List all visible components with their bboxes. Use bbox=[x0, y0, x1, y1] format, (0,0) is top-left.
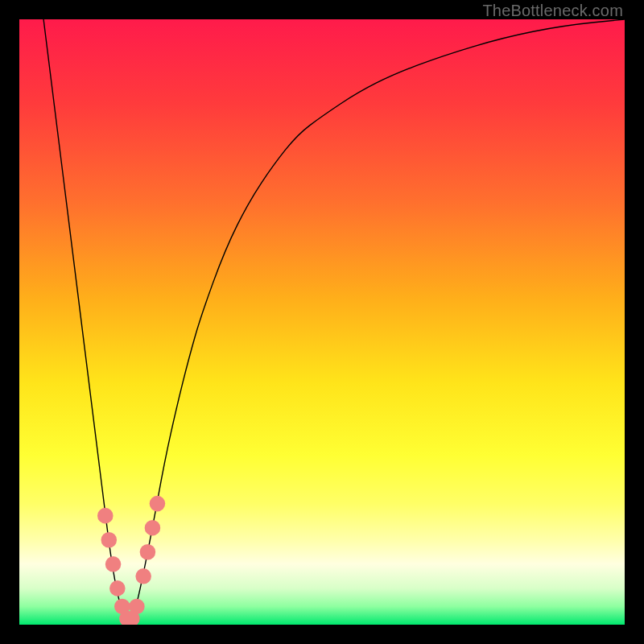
data-marker bbox=[150, 496, 166, 512]
data-marker bbox=[101, 532, 118, 548]
data-marker bbox=[97, 508, 114, 524]
data-marker bbox=[140, 544, 156, 560]
data-marker bbox=[109, 580, 126, 597]
bottleneck-chart bbox=[19, 19, 625, 625]
data-marker bbox=[105, 556, 122, 572]
data-marker bbox=[145, 520, 161, 536]
watermark-text: TheBottleneck.com bbox=[482, 2, 623, 20]
data-marker bbox=[129, 599, 145, 615]
data-marker bbox=[135, 568, 151, 584]
chart-frame: TheBottleneck.com bbox=[0, 0, 644, 644]
